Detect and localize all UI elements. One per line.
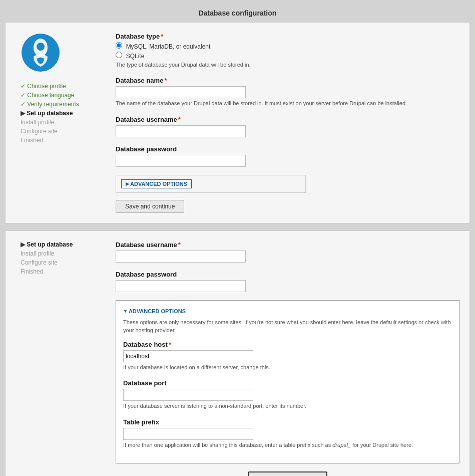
db-port-description: If your database server is listening to … — [123, 402, 452, 410]
db-type-description: The type of database your Drupal data wi… — [116, 61, 454, 69]
nav-steps: Choose profile Choose language Verify re… — [21, 83, 101, 144]
top-main-content: Database type* MySQL, MariaDB, or equiva… — [116, 33, 454, 213]
db-name-required-star: * — [164, 77, 167, 84]
advanced-options-open-toggle[interactable]: ADVANCED OPTIONS — [123, 308, 186, 314]
table-prefix-group: Table prefix If more than one applicatio… — [123, 418, 452, 449]
table-prefix-input[interactable] — [123, 428, 253, 440]
bottom-nav-step-setup-database: Set up database — [21, 241, 101, 248]
top-db-password-group: Database password — [116, 145, 454, 167]
nav-step-configure-site: Configure site — [21, 128, 101, 135]
bottom-db-username-required-star: * — [178, 241, 181, 249]
top-advanced-options-wrapper: ADVANCED OPTIONS — [116, 175, 306, 193]
nav-step-setup-database: Set up database — [21, 110, 101, 117]
bottom-db-username-input[interactable] — [116, 251, 246, 263]
bottom-nav-step-install-profile: Install profile — [21, 250, 101, 257]
table-prefix-description: If more than one application will be sha… — [123, 441, 452, 449]
bottom-nav-step-configure-site: Configure site — [21, 259, 101, 266]
db-name-input[interactable] — [116, 86, 246, 98]
required-star: * — [161, 33, 163, 40]
top-section: Choose profile Choose language Verify re… — [5, 22, 470, 223]
top-db-password-input[interactable] — [116, 155, 246, 167]
top-save-button[interactable]: Save and continue — [116, 200, 184, 213]
top-db-username-required-star: * — [178, 116, 181, 123]
db-type-mysql-radio[interactable] — [116, 42, 122, 49]
page-wrapper: Database configuration Choose profile Ch… — [0, 0, 475, 476]
bottom-nav-step-finished: Finished — [21, 268, 101, 275]
table-prefix-label: Table prefix — [123, 418, 452, 426]
db-port-group: Database port If your database server is… — [123, 379, 452, 410]
advanced-description: These options are only necessary for som… — [123, 318, 452, 335]
title-text: Database configuration — [199, 9, 277, 17]
db-name-description: The name of the database your Drupal dat… — [116, 100, 454, 107]
db-type-group: Database type* MySQL, MariaDB, or equiva… — [116, 33, 454, 69]
bottom-db-password-label: Database password — [116, 271, 459, 278]
bottom-section: Set up database Install profile Configur… — [5, 230, 470, 476]
db-name-group: Database name* The name of the database … — [116, 77, 454, 107]
db-type-sqlite-label[interactable]: SQLite — [126, 53, 145, 60]
top-db-password-label: Database password — [116, 145, 454, 153]
db-host-group: Database host* If your database is locat… — [123, 341, 452, 371]
db-host-required-star: * — [169, 341, 171, 348]
advanced-options-panel: ADVANCED OPTIONS These options are only … — [116, 300, 459, 463]
db-type-sqlite-group[interactable]: SQLite — [116, 52, 454, 60]
db-host-label: Database host* — [123, 341, 452, 348]
bottom-sidebar: Set up database Install profile Configur… — [21, 241, 101, 476]
db-host-description: If your database is located on a differe… — [123, 364, 452, 371]
bottom-db-username-group: Database username* — [116, 241, 459, 263]
page-title: Database configuration — [5, 5, 470, 22]
svg-point-2 — [37, 43, 45, 51]
bottom-db-password-input[interactable] — [116, 280, 246, 292]
db-name-label: Database name* — [116, 77, 454, 84]
bottom-db-username-label: Database username* — [116, 241, 459, 249]
db-port-input[interactable] — [123, 389, 253, 401]
db-host-input[interactable] — [123, 350, 253, 362]
top-db-username-label: Database username* — [116, 116, 454, 123]
nav-step-finished: Finished — [21, 137, 101, 144]
db-type-mysql-label[interactable]: MySQL, MariaDB, or equivalent — [126, 43, 211, 50]
nav-step-verify-requirements: Verify requirements — [21, 101, 101, 108]
top-advanced-options-toggle[interactable]: ADVANCED OPTIONS — [121, 179, 192, 188]
top-db-username-input[interactable] — [116, 125, 246, 137]
bottom-nav-steps: Set up database Install profile Configur… — [21, 241, 101, 275]
bottom-main-content: Database username* Database password ADV… — [116, 241, 459, 476]
nav-step-choose-language: Choose language — [21, 92, 101, 99]
top-db-username-group: Database username* — [116, 116, 454, 137]
db-type-label: Database type* — [116, 33, 454, 40]
bottom-save-button[interactable]: Save and continue — [248, 471, 328, 476]
nav-step-choose-profile: Choose profile — [21, 83, 101, 90]
nav-step-install-profile: Install profile — [21, 119, 101, 126]
db-type-sqlite-radio[interactable] — [116, 52, 122, 58]
bottom-db-password-group: Database password — [116, 271, 459, 292]
db-type-mysql-group[interactable]: MySQL, MariaDB, or equivalent — [116, 42, 454, 50]
db-port-label: Database port — [123, 379, 452, 387]
top-sidebar: Choose profile Choose language Verify re… — [21, 33, 101, 213]
drupal-logo — [21, 33, 61, 73]
